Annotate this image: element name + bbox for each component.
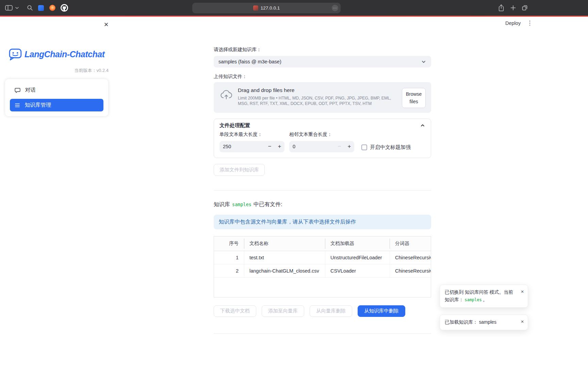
divider xyxy=(214,190,431,190)
cell-index: 2 xyxy=(214,264,244,277)
cell-loader: CSVLoader xyxy=(325,264,390,277)
file-config-expander: 文件处理配置 单段文本最大长度： 250 − + 相邻文本重合长度： 0 − + xyxy=(214,119,431,158)
kb-files-table: 序号 文档名称 文档加载器 分词器 1 test.txt Unstructure… xyxy=(214,236,431,297)
max-length-input[interactable]: 250 − + xyxy=(219,141,284,152)
kb-select-label: 请选择或新建知识库： xyxy=(214,47,431,53)
info-alert: 知识库中包含源文件与向量库，请从下表中选择文件后操作 xyxy=(214,215,431,229)
overlap-label: 相邻文本重合长度： xyxy=(289,132,354,138)
dropzone-limit-text: Limit 200MB per file • HTML, MD, JSON, C… xyxy=(238,96,402,106)
sidebar-toggle-icon[interactable] xyxy=(5,0,13,16)
toast-close-icon[interactable]: ✕ xyxy=(521,319,524,325)
minus-stepper[interactable]: − xyxy=(265,141,275,152)
cell-docname: langchain-ChatGLM_closed.csv xyxy=(244,264,325,277)
menu-item-label: 对话 xyxy=(25,87,36,94)
toast-stack: 已切换到 知识库问答 模式。当前知识库：samples。 ✕ 已加载知识库： s… xyxy=(440,285,528,330)
checkbox-unchecked[interactable] xyxy=(361,144,367,150)
col-header-docname[interactable]: 文档名称 xyxy=(244,236,325,251)
overlap-input[interactable]: 0 − + xyxy=(289,141,354,152)
page-settings-icon[interactable]: ⋯ xyxy=(332,5,338,11)
expander-header[interactable]: 文件处理配置 xyxy=(214,119,431,131)
action-buttons-row: 下载选中文档 添加至向量库 从向量库删除 从知识库中删除 xyxy=(214,305,431,317)
delete-from-kb-button[interactable]: 从知识库中删除 xyxy=(358,305,405,317)
add-to-vectorstore-button[interactable]: 添加至向量库 xyxy=(262,305,304,317)
kb-selected-value: samples (faiss @ m3e-base) xyxy=(218,59,281,64)
cell-loader: UnstructuredFileLoader xyxy=(325,251,390,264)
sidebar-item-dialogue[interactable]: 对话 xyxy=(10,84,103,96)
kb-name-code: samples xyxy=(232,202,251,207)
github-circle xyxy=(61,4,68,12)
overlap-value[interactable]: 0 xyxy=(289,141,334,152)
add-files-to-kb-button[interactable]: 添加文件到知识库 xyxy=(214,164,265,176)
expander-body: 单段文本最大长度： 250 − + 相邻文本重合长度： 0 − + 开启中文标题… xyxy=(214,131,431,158)
overlap-field-group: 相邻文本重合长度： 0 − + xyxy=(289,132,354,152)
app-header: Deploy ⋮ xyxy=(505,20,533,27)
browse-files-button[interactable]: Browse files xyxy=(402,88,426,108)
file-dropzone[interactable]: Drag and drop files here Limit 200MB per… xyxy=(214,82,431,113)
divider xyxy=(214,333,431,334)
github-icon[interactable] xyxy=(61,0,68,16)
toast-text: 已加载知识库： samples xyxy=(445,320,496,325)
address-bar[interactable]: 127.0.0.1 ⋯ xyxy=(192,3,341,13)
tab-overview-icon[interactable] xyxy=(521,0,528,16)
table-row[interactable]: 1 test.txt UnstructuredFileLoader Chines… xyxy=(214,251,431,264)
heading-suffix: 中已有文件: xyxy=(254,201,282,207)
blue-app-icon xyxy=(38,5,44,11)
chevron-down-icon xyxy=(421,59,426,64)
share-icon[interactable] xyxy=(498,0,505,16)
dropzone-text: Drag and drop files here Limit 200MB per… xyxy=(238,87,402,106)
deploy-button[interactable]: Deploy xyxy=(505,20,521,26)
toast-kb-mode-switched: 已切换到 知识库问答 模式。当前知识库：samples。 ✕ xyxy=(440,285,528,308)
kb-selectbox[interactable]: samples (faiss @ m3e-base) xyxy=(214,56,431,67)
table-header: 序号 文档名称 文档加载器 分词器 xyxy=(214,236,431,251)
sidebar-close-icon[interactable]: ✕ xyxy=(102,21,110,29)
toast-kb-code: samples xyxy=(464,297,482,302)
menu-item-label: 知识库管理 xyxy=(25,102,51,109)
sidebar: ✕ LangChain-Chatchat 当前版本：v0.2.4 对话 知识库管… xyxy=(0,17,113,368)
main-menu-icon[interactable]: ⋮ xyxy=(527,20,533,27)
toast-kb-loaded: 已加载知识库： samples ✕ xyxy=(440,315,528,330)
version-label: 当前版本：v0.2.4 xyxy=(75,67,109,74)
plus-stepper[interactable]: + xyxy=(275,141,284,152)
browser-toolbar: 127.0.0.1 ⋯ xyxy=(0,0,588,16)
table-row[interactable]: 2 langchain-ChatGLM_closed.csv CSVLoader… xyxy=(214,264,431,278)
chevron-down-icon[interactable] xyxy=(15,0,19,16)
plus-stepper[interactable]: + xyxy=(344,141,354,152)
cell-splitter: ChineseRecursive xyxy=(390,251,431,264)
pinned-favicon-orange[interactable] xyxy=(49,0,55,16)
new-tab-icon[interactable] xyxy=(510,0,516,16)
sidebar-item-kb-management[interactable]: 知识库管理 xyxy=(10,99,103,111)
max-length-value[interactable]: 250 xyxy=(219,141,265,152)
toast-text-suffix: 。 xyxy=(483,297,488,302)
app-logo: LangChain-Chatchat xyxy=(9,48,104,61)
chevron-up-icon xyxy=(420,123,425,128)
download-selected-button[interactable]: 下载选中文档 xyxy=(214,305,256,317)
search-icon[interactable] xyxy=(27,0,33,16)
logo-chat-icon xyxy=(9,48,22,61)
delete-from-vectorstore-button[interactable]: 从向量库删除 xyxy=(310,305,352,317)
url-text: 127.0.0.1 xyxy=(261,5,280,11)
dropzone-title: Drag and drop files here xyxy=(238,87,402,93)
main-content: 请选择或新建知识库： samples (faiss @ m3e-base) 上传… xyxy=(214,17,431,334)
minus-stepper[interactable]: − xyxy=(334,141,344,152)
max-length-label: 单段文本最大长度： xyxy=(219,132,284,138)
max-length-field-group: 单段文本最大长度： 250 − + xyxy=(219,132,284,152)
zh-title-enhance-checkbox-row[interactable]: 开启中文标题加强 xyxy=(361,132,411,152)
cell-index: 1 xyxy=(214,251,244,264)
pinned-favicon-blue[interactable] xyxy=(38,0,44,16)
checkbox-label: 开启中文标题加强 xyxy=(370,144,411,151)
expander-title: 文件处理配置 xyxy=(219,122,250,129)
heading-prefix: 知识库 xyxy=(214,201,230,207)
cloud-upload-icon xyxy=(220,89,233,100)
cell-splitter: ChineseRecursive xyxy=(390,264,431,277)
col-header-index[interactable]: 序号 xyxy=(214,236,244,251)
col-header-loader[interactable]: 文档加载器 xyxy=(325,236,390,251)
toast-close-icon[interactable]: ✕ xyxy=(521,289,524,295)
nav-menu: 对话 知识库管理 xyxy=(5,79,108,116)
kb-files-heading: 知识库samples中已有文件: xyxy=(214,201,431,208)
chat-bubble-icon xyxy=(14,87,21,93)
cell-docname: test.txt xyxy=(244,251,325,264)
site-favicon xyxy=(253,5,258,11)
col-header-splitter[interactable]: 分词器 xyxy=(390,236,431,251)
orange-app-icon xyxy=(49,5,55,11)
upload-label: 上传知识文件： xyxy=(214,74,431,80)
